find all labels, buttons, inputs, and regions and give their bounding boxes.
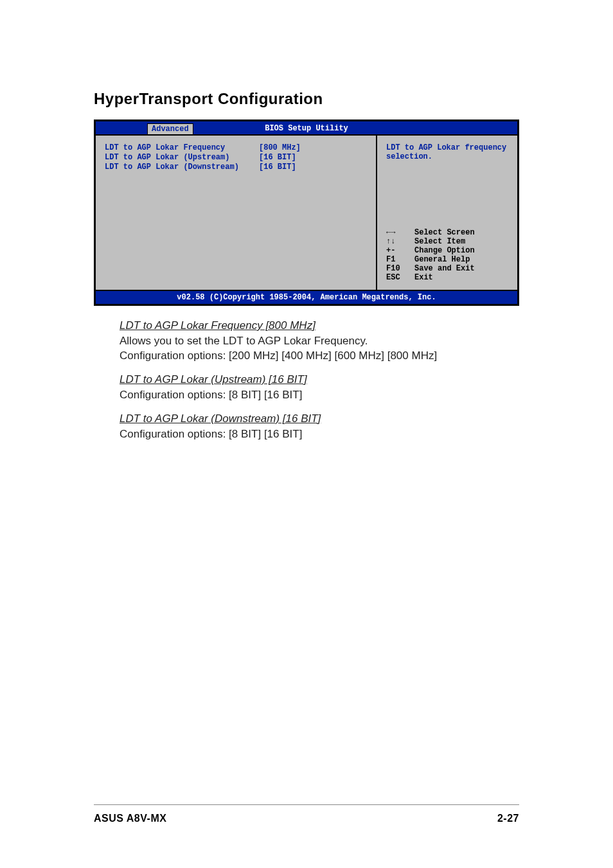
bios-body: LDT to AGP Lokar Frequency [800 MHz] LDT… — [96, 136, 517, 290]
help-key-desc: Change Option — [414, 246, 475, 255]
doc-item-title: LDT to AGP Lokar (Upstream) [16 BIT] — [120, 373, 493, 387]
bios-setting-label: LDT to AGP Lokar Frequency — [105, 143, 259, 152]
document-body: LDT to AGP Lokar Frequency [800 MHz] All… — [94, 306, 519, 442]
arrow-left-right-icon: ←→ — [386, 228, 414, 237]
bios-tab-advanced[interactable]: Advanced — [147, 123, 193, 134]
help-key-row: ←→ Select Screen — [386, 228, 510, 237]
help-key-label: ESC — [386, 273, 414, 282]
arrow-up-down-icon: ↑↓ — [386, 237, 414, 246]
footer-product-name: ASUS A8V-MX — [94, 813, 166, 824]
help-key-desc: Select Item — [414, 237, 465, 246]
bios-setting-value: [800 MHz] — [259, 143, 301, 152]
footer-page-number: 2-27 — [497, 813, 519, 824]
bios-help-keys: ←→ Select Screen ↑↓ Select Item +- Chang… — [386, 228, 510, 282]
doc-item-desc: Configuration options: [8 BIT] [16 BIT] — [120, 388, 493, 403]
help-key-row: ↑↓ Select Item — [386, 237, 510, 246]
page-footer: ASUS A8V-MX 2-27 — [94, 804, 519, 824]
bios-window: BIOS Setup Utility Advanced LDT to AGP L… — [94, 120, 519, 306]
bios-setting-value: [16 BIT] — [259, 163, 296, 172]
help-key-row: ESC Exit — [386, 273, 510, 282]
bios-setting-label: LDT to AGP Lokar (Downstream) — [105, 163, 259, 172]
help-key-row: +- Change Option — [386, 246, 510, 255]
doc-item-desc: Allows you to set the LDT to AGP Lokar F… — [120, 334, 493, 364]
bios-header: BIOS Setup Utility Advanced — [96, 121, 517, 136]
bios-setting-value: [16 BIT] — [259, 153, 296, 162]
bios-help-text: LDT to AGP Lokar frequency selection. — [386, 143, 510, 161]
page-content: HyperTransport Configuration BIOS Setup … — [0, 0, 613, 442]
doc-item-title: LDT to AGP Lokar Frequency [800 MHz] — [120, 319, 493, 333]
section-heading: HyperTransport Configuration — [94, 90, 519, 108]
bios-setting-row[interactable]: LDT to AGP Lokar (Downstream) [16 BIT] — [105, 163, 367, 172]
help-key-row: F10 Save and Exit — [386, 264, 510, 273]
help-key-desc: Save and Exit — [414, 264, 475, 273]
bios-setting-row[interactable]: LDT to AGP Lokar Frequency [800 MHz] — [105, 143, 367, 152]
help-key-label: F1 — [386, 255, 414, 264]
help-key-row: F1 General Help — [386, 255, 510, 264]
bios-help-panel: LDT to AGP Lokar frequency selection. ←→… — [376, 136, 517, 290]
doc-item-desc: Configuration options: [8 BIT] [16 BIT] — [120, 427, 493, 442]
help-key-label: F10 — [386, 264, 414, 273]
help-key-label: +- — [386, 246, 414, 255]
doc-item-title: LDT to AGP Lokar (Downstream) [16 BIT] — [120, 412, 493, 427]
bios-footer: v02.58 (C)Copyright 1985-2004, American … — [96, 290, 517, 304]
bios-main-panel: LDT to AGP Lokar Frequency [800 MHz] LDT… — [96, 136, 376, 290]
help-key-desc: Select Screen — [414, 228, 475, 237]
bios-setting-row[interactable]: LDT to AGP Lokar (Upstream) [16 BIT] — [105, 153, 367, 162]
help-key-desc: General Help — [414, 255, 470, 264]
help-key-desc: Exit — [414, 273, 433, 282]
bios-setting-label: LDT to AGP Lokar (Upstream) — [105, 153, 259, 162]
